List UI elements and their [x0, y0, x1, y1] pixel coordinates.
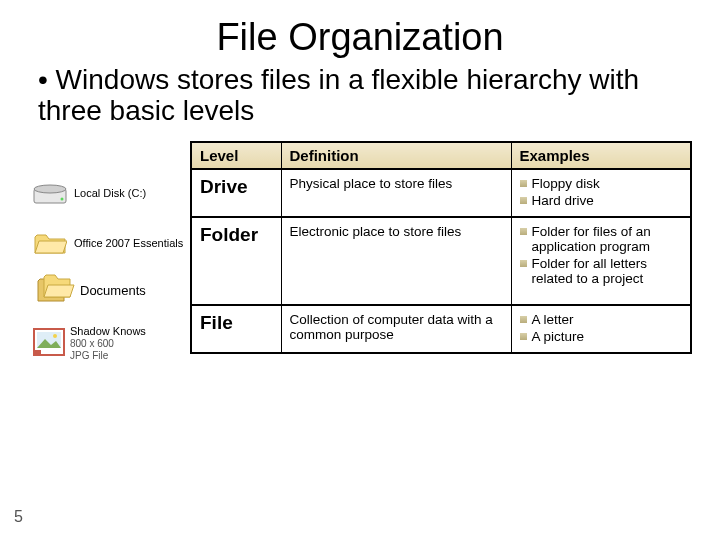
drive-label: Local Disk (C:)	[74, 187, 146, 199]
svg-rect-7	[35, 350, 41, 356]
table-row: File Collection of computer data with a …	[191, 305, 691, 353]
cell-examples: Folder for files of an application progr…	[511, 217, 691, 305]
header-level: Level	[191, 142, 281, 169]
example-text: Folder for files of an application progr…	[532, 224, 683, 254]
main-bullet: Windows stores files in a flexible hiera…	[38, 65, 690, 127]
picture-file-icon	[30, 325, 70, 361]
drive-item: Local Disk (C:)	[30, 175, 190, 211]
file-meta: Shadow Knows 800 x 600 JPG File	[70, 325, 146, 362]
example-text: A picture	[532, 329, 585, 344]
table-wrap: Level Definition Examples Drive Physical…	[190, 141, 692, 362]
header-examples: Examples	[511, 142, 691, 169]
slide: File Organization Windows stores files i…	[0, 0, 720, 540]
folder-icon	[30, 225, 70, 261]
table-header-row: Level Definition Examples	[191, 142, 691, 169]
svg-point-1	[34, 185, 66, 193]
file-item: Shadow Knows 800 x 600 JPG File	[30, 325, 190, 362]
cell-examples: Floppy disk Hard drive	[511, 169, 691, 217]
example-text: Folder for all letters related to a proj…	[532, 256, 683, 286]
documents-label: Documents	[80, 283, 146, 298]
example-text: A letter	[532, 312, 574, 327]
example-text: Hard drive	[532, 193, 594, 208]
folder1-item: Office 2007 Essentials	[30, 225, 190, 261]
file-type: JPG File	[70, 350, 146, 362]
slide-title: File Organization	[30, 16, 690, 59]
icons-column: Local Disk (C:) Office 2007 Essentials	[30, 141, 190, 362]
file-dims: 800 x 600	[70, 338, 146, 350]
levels-table: Level Definition Examples Drive Physical…	[190, 141, 692, 354]
table-row: Drive Physical place to store files Flop…	[191, 169, 691, 217]
cell-definition: Collection of computer data with a commo…	[281, 305, 511, 353]
cell-level: File	[191, 305, 281, 353]
page-number: 5	[14, 508, 23, 526]
cell-examples: A letter A picture	[511, 305, 691, 353]
svg-point-2	[61, 197, 64, 200]
cell-definition: Physical place to store files	[281, 169, 511, 217]
folder1-label: Office 2007 Essentials	[74, 237, 183, 249]
cell-definition: Electronic place to store files	[281, 217, 511, 305]
file-title: Shadow Knows	[70, 325, 146, 338]
svg-point-6	[53, 334, 57, 338]
documents-item: Documents	[34, 271, 190, 311]
example-text: Floppy disk	[532, 176, 600, 191]
table-row: Folder Electronic place to store files F…	[191, 217, 691, 305]
hard-drive-icon	[30, 175, 70, 211]
content-row: Local Disk (C:) Office 2007 Essentials	[30, 141, 690, 362]
folder-stack-icon	[34, 271, 76, 311]
cell-level: Folder	[191, 217, 281, 305]
cell-level: Drive	[191, 169, 281, 217]
header-definition: Definition	[281, 142, 511, 169]
